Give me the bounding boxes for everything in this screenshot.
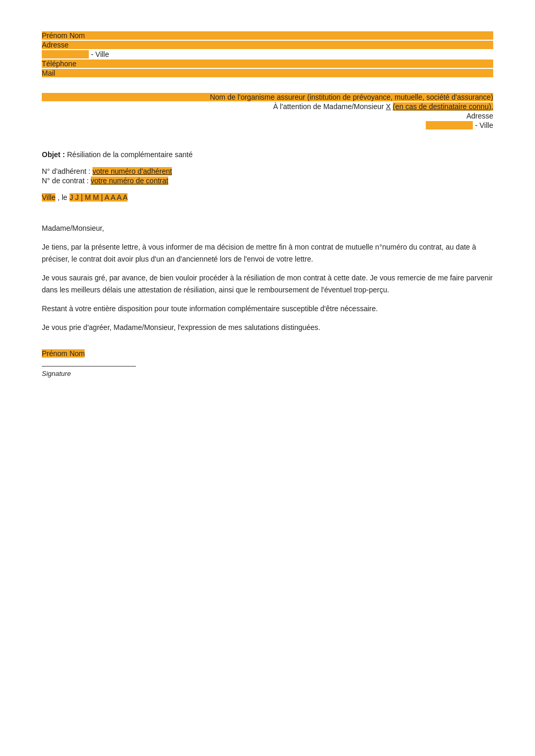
adherent-line: N° d'adhérent : votre numéro d'adhérent bbox=[42, 167, 493, 175]
signature-line bbox=[42, 366, 136, 367]
sender-code-postal bbox=[42, 50, 89, 58]
recipient-attention-x: X bbox=[386, 102, 391, 111]
recipient-attention-suffix: (en cas de destinataire connu), bbox=[393, 102, 493, 111]
sender-mail: Mail bbox=[42, 69, 493, 77]
adherent-value: votre numéro d'adhérent bbox=[92, 167, 172, 175]
recipient-organisme: Nom de l'organisme assureur (institution… bbox=[42, 93, 493, 101]
contrat-line: N° de contrat : votre numéro de contrat bbox=[42, 176, 493, 185]
signature-label: Signature bbox=[42, 370, 493, 377]
paragraph2: Je vous saurais gré, par avance, de bien… bbox=[42, 272, 493, 296]
subject-label: Objet : bbox=[42, 150, 65, 159]
paragraph3: Restant à votre entière disposition pour… bbox=[42, 303, 493, 314]
adherent-label: N° d'adhérent : bbox=[42, 167, 90, 175]
date-block: Ville , le J J | M M | A A A A bbox=[42, 193, 493, 202]
date-value: J J | M M | A A A A bbox=[69, 193, 128, 202]
subject-text: Résiliation de la complémentaire santé bbox=[67, 150, 192, 159]
contrat-label: N° de contrat : bbox=[42, 176, 89, 185]
references-block: N° d'adhérent : votre numéro d'adhérent … bbox=[42, 167, 493, 185]
subject-block: Objet : Résiliation de la complémentaire… bbox=[42, 150, 493, 159]
recipient-attention: À l'attention de Madame/Monsieur X (en c… bbox=[42, 102, 493, 111]
signature-prenom-nom: Prénom Nom bbox=[42, 349, 85, 358]
recipient-code-postal bbox=[426, 121, 473, 129]
contrat-value: votre numéro de contrat bbox=[91, 176, 169, 185]
sender-ville-prefix: - Ville bbox=[91, 50, 109, 58]
signature-block: Prénom Nom Signature bbox=[42, 349, 493, 377]
sender-prenom-nom: Prénom Nom bbox=[42, 31, 493, 40]
salutation: Madame/Monsieur, bbox=[42, 222, 493, 234]
recipient-block: Nom de l'organisme assureur (institution… bbox=[42, 93, 493, 129]
paragraph4: Je vous prie d'agréer, Madame/Monsieur, … bbox=[42, 322, 493, 333]
recipient-ville-prefix: - Ville bbox=[475, 121, 493, 129]
sender-telephone: Téléphone bbox=[42, 60, 493, 68]
recipient-postal-line: - Ville bbox=[42, 121, 493, 129]
body-block: Madame/Monsieur, Je tiens, par la présen… bbox=[42, 222, 493, 334]
sender-adresse: Adresse bbox=[42, 41, 493, 49]
date-ville: Ville bbox=[42, 193, 55, 202]
sender-block: Prénom Nom Adresse - Ville Téléphone Mai… bbox=[42, 31, 493, 77]
sender-postal-line: - Ville bbox=[42, 50, 493, 58]
paragraph1: Je tiens, par la présente lettre, à vous… bbox=[42, 241, 493, 265]
recipient-adresse: Adresse bbox=[42, 112, 493, 120]
date-le: , le bbox=[57, 193, 67, 202]
